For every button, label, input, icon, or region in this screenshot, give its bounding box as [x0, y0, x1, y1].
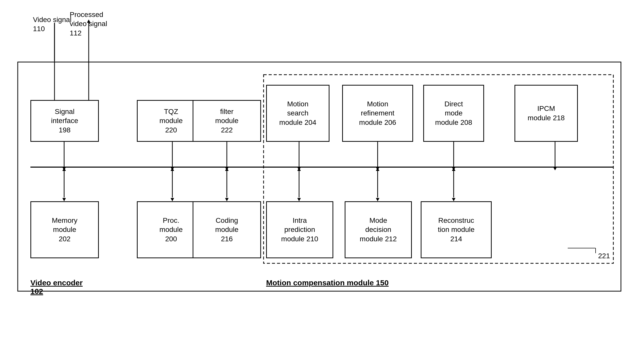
reconstruction-module: Reconstruction module214: [421, 201, 492, 258]
intra-prediction-module: Intrapredictionmodule 210: [266, 201, 333, 258]
video-signal-label: Video signal 110: [33, 15, 71, 34]
filter-module: filtermodule222: [193, 100, 261, 142]
svg-marker-26: [225, 167, 229, 170]
svg-marker-34: [297, 168, 301, 171]
processed-video-signal-label: Processed video signal 112: [70, 10, 107, 38]
svg-marker-35: [297, 198, 301, 201]
svg-marker-17: [62, 198, 66, 201]
motion-refinement-module: Motionrefinementmodule 206: [342, 85, 413, 142]
svg-marker-22: [171, 168, 174, 171]
direct-mode-module: Directmodemodule 208: [423, 85, 484, 142]
memory-module: Memorymodule202: [30, 201, 99, 258]
svg-marker-14: [62, 167, 66, 170]
motion-search-module: Motionsearchmodule 204: [266, 85, 329, 142]
svg-marker-29: [225, 198, 229, 201]
mode-decision-module: Modedecisionmodule 212: [345, 201, 412, 258]
svg-marker-28: [225, 168, 229, 171]
svg-marker-47: [452, 198, 455, 201]
svg-marker-41: [376, 198, 379, 201]
svg-marker-46: [452, 168, 455, 171]
signal-interface-module: Signalinterface198: [30, 100, 99, 142]
coding-module: Codingmodule216: [193, 201, 261, 258]
svg-marker-44: [452, 167, 455, 170]
svg-marker-23: [171, 198, 174, 201]
svg-marker-32: [297, 167, 301, 170]
svg-marker-20: [171, 167, 174, 170]
svg-marker-40: [376, 168, 379, 171]
video-encoder-label: Video encoder102: [30, 279, 83, 296]
svg-marker-16: [62, 168, 66, 171]
ipcm-module: IPCMmodule 218: [514, 85, 578, 142]
svg-marker-38: [376, 167, 379, 170]
label-221: 221: [598, 252, 610, 260]
svg-marker-50: [553, 167, 557, 170]
diagram: Video signal 110 Processed video signal …: [10, 10, 634, 327]
motion-compensation-label: Motion compensation module 150: [266, 279, 389, 287]
